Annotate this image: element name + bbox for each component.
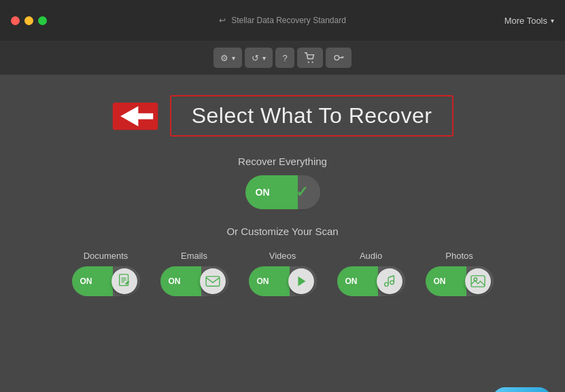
arrow-icon (112, 99, 159, 133)
settings-button[interactable]: ⚙ (213, 48, 242, 68)
svg-point-15 (384, 283, 388, 287)
svg-point-0 (307, 61, 309, 63)
videos-label: Videos (269, 251, 296, 261)
checkmark-icon: ✓ (296, 183, 308, 201)
photos-label: Photos (445, 251, 473, 261)
recover-toggle-on-label: ON (256, 187, 270, 198)
videos-toggle-label: ON (257, 277, 269, 286)
app-title-text: Stellar Data Recovery Standard (231, 16, 346, 25)
videos-toggle-knob (288, 268, 314, 294)
photos-toggle[interactable]: ON (426, 266, 494, 296)
audio-toggle-knob (377, 268, 403, 294)
category-photos: Photos ON (426, 251, 494, 296)
emails-label: Emails (181, 251, 207, 261)
recover-everything-toggle[interactable]: ON ✓ (245, 175, 320, 209)
svg-point-2 (335, 56, 339, 60)
emails-toggle[interactable]: ON (160, 266, 228, 296)
recover-section: Recover Everything ON ✓ (238, 156, 327, 209)
categories-row: Documents ON Emails (72, 251, 494, 296)
maximize-button[interactable] (38, 16, 47, 25)
next-button[interactable]: Next (492, 387, 551, 392)
window-title: ↩ Stellar Data Recovery Standard (219, 16, 346, 25)
audio-toggle-label: ON (345, 277, 358, 286)
documents-toggle-knob (112, 268, 137, 294)
history-button[interactable]: ↺ (245, 48, 273, 68)
svg-point-16 (390, 281, 394, 285)
audio-toggle[interactable]: ON (337, 266, 405, 296)
photos-toggle-knob (465, 268, 491, 294)
category-videos: Videos ON (249, 251, 317, 296)
help-button[interactable]: ? (275, 48, 294, 68)
cart-button[interactable] (297, 48, 323, 68)
photos-toggle-label: ON (434, 277, 446, 286)
main-content: Select What To Recover Recover Everythin… (0, 75, 565, 392)
documents-toggle-label: ON (80, 277, 92, 286)
audio-label: Audio (360, 251, 382, 261)
close-button[interactable] (11, 16, 20, 25)
emails-toggle-label: ON (169, 277, 181, 286)
more-tools-chevron-icon: ▾ (551, 17, 554, 24)
svg-line-19 (388, 276, 394, 278)
page-title-box: Select What To Recover (170, 95, 454, 137)
category-audio: Audio ON (337, 251, 405, 296)
svg-marker-12 (124, 281, 129, 285)
minimize-button[interactable] (24, 16, 33, 25)
svg-rect-20 (471, 276, 485, 287)
customize-label: Or Customize Your Scan (226, 226, 338, 237)
header-section: Select What To Recover (112, 95, 454, 137)
svg-marker-14 (298, 277, 305, 287)
videos-toggle[interactable]: ON (249, 266, 317, 296)
category-emails: Emails ON (160, 251, 228, 296)
back-icon: ↩ (219, 16, 226, 25)
toolbar: ⚙ ↺ ? (0, 41, 565, 75)
documents-toggle[interactable]: ON (72, 266, 140, 296)
svg-point-1 (311, 61, 313, 63)
documents-label: Documents (84, 251, 129, 261)
more-tools-button[interactable]: More Tools ▾ (504, 16, 554, 26)
toolbar-center: ⚙ ↺ ? (213, 48, 351, 68)
svg-rect-13 (206, 277, 220, 286)
key-button[interactable] (326, 48, 352, 68)
category-documents: Documents ON (72, 251, 140, 296)
recover-everything-label: Recover Everything (238, 156, 327, 167)
traffic-lights (11, 16, 47, 25)
more-tools-label: More Tools (504, 16, 547, 26)
page-title: Select What To Recover (192, 103, 432, 128)
emails-toggle-knob (200, 268, 226, 294)
title-bar: ↩ Stellar Data Recovery Standard More To… (0, 0, 565, 41)
